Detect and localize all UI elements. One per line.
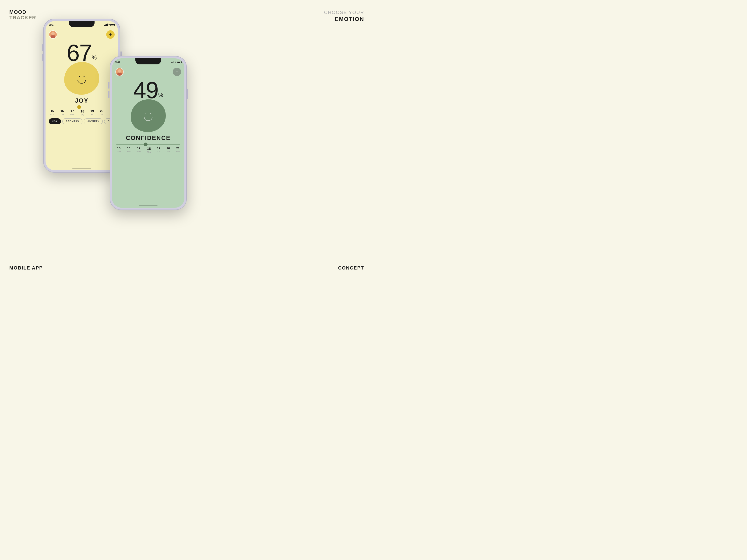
phone1-big-number: 67 <box>67 40 92 66</box>
app-title: MOOD TRACKER <box>9 9 36 21</box>
p2-label-thu: Thu <box>147 151 151 153</box>
day-label-fri: Fri <box>91 113 94 115</box>
phone1-time: 9:41 <box>49 24 53 26</box>
tag-joy[interactable]: JOY <box>49 118 61 124</box>
p2-day-num-16: 16 <box>127 146 130 150</box>
p2-day-17[interactable]: 17 Wed <box>136 146 141 153</box>
phone1-header: + <box>49 30 114 39</box>
phone1-app-content: + 67% <box>46 28 118 170</box>
day-label-thu: Thu <box>80 114 84 116</box>
phone2-percent-sign: % <box>158 92 163 98</box>
phone1-mood-blob <box>64 62 99 95</box>
p2-battery-icon <box>177 61 181 63</box>
phone2-percentage-display: 49% <box>115 78 181 102</box>
phone1-days-row: 15 Mon 16 Tue 17 Wed <box>50 109 114 116</box>
phone1-percentage-display: 67% <box>49 41 114 64</box>
phone1-smile <box>77 80 86 83</box>
p2-day-21[interactable]: 21 Sun <box>176 146 180 153</box>
p2-signal-3 <box>173 61 174 63</box>
p2-day-16[interactable]: 16 Tue <box>127 146 130 153</box>
tag-anxiety[interactable]: ANXIETY <box>84 118 103 124</box>
tracker-label: TRACKER <box>9 15 36 21</box>
p2-avatar-face <box>116 68 123 76</box>
phone2-add-button[interactable]: + <box>173 68 181 76</box>
p2-label-tue: Tue <box>127 151 130 153</box>
p2-day-19[interactable]: 19 Fri <box>157 146 160 153</box>
signal-bar-4 <box>107 24 108 26</box>
p2-wifi-icon: ▾ <box>175 61 176 63</box>
day-label-sat: Sat <box>100 113 103 115</box>
day-num-16: 16 <box>60 109 64 113</box>
phone2-avatar[interactable] <box>115 68 124 76</box>
p2-day-num-21: 21 <box>176 146 180 150</box>
phone1-add-button[interactable]: + <box>106 30 114 39</box>
phone2-timeline[interactable]: 15 Mon 16 Tue 17 Wed <box>115 144 181 153</box>
p2-day-num-15: 15 <box>117 146 121 150</box>
phone2-status-icons: ▾ <box>171 61 181 63</box>
phone2-slider-track[interactable] <box>116 144 180 145</box>
tag-sadness[interactable]: SADNESS <box>62 118 83 124</box>
phone2-power-button[interactable] <box>187 89 188 99</box>
emotion-label-tag: EMOTION <box>324 16 364 23</box>
p2-battery-fill <box>177 61 180 63</box>
phone1-status-icons: ▾ <box>104 24 114 26</box>
day-num-15: 15 <box>51 109 54 113</box>
p2-left-eye <box>146 113 146 114</box>
phone1-status-bar: 9:41 ▾ <box>49 22 114 27</box>
phone1-timeline[interactable]: 15 Mon 16 Tue 17 Wed <box>49 107 114 116</box>
p2-day-num-19: 19 <box>157 146 160 150</box>
phone1-percent-sign: % <box>92 54 97 61</box>
phone2-shell: 9:41 ▾ <box>110 56 187 210</box>
phone2-emotion-label: CONFIDENCE <box>115 134 181 142</box>
battery-icon <box>110 24 114 26</box>
phone1-screen: 9:41 ▾ <box>46 21 118 170</box>
p2-day-20[interactable]: 20 Sat <box>166 146 170 153</box>
phone1-avatar[interactable] <box>49 30 57 39</box>
phone2-time: 9:41 <box>115 61 120 63</box>
day-item-15[interactable]: 15 Mon <box>50 109 54 116</box>
concept-label: CONCEPT <box>338 265 364 271</box>
wifi-icon: ▾ <box>108 24 110 26</box>
phone2-screen: 9:41 ▾ <box>112 58 184 208</box>
phone2-volume-down[interactable] <box>108 91 109 98</box>
day-num-20: 20 <box>100 109 103 113</box>
phone1-slider-track[interactable] <box>50 107 114 107</box>
signal-bar-3 <box>106 24 107 26</box>
avatar-face <box>49 31 57 38</box>
phone1-slider-thumb[interactable] <box>77 105 81 109</box>
svg-rect-2 <box>51 35 55 38</box>
phone1-tags-row: JOY SADNESS ANXIETY CON <box>49 118 114 124</box>
day-item-16[interactable]: 16 Tue <box>60 109 64 116</box>
left-eye <box>79 76 80 77</box>
main-container: MOOD TRACKER CHOOSE YOUR EMOTION MOBILE … <box>0 0 374 280</box>
day-num-18-active: 18 <box>80 109 84 113</box>
p2-day-num-17: 17 <box>137 146 140 150</box>
p2-day-num-20: 20 <box>166 146 170 150</box>
right-eye <box>83 76 84 77</box>
day-item-18[interactable]: 18 Thu <box>80 109 84 116</box>
phone2-header: + <box>115 68 181 76</box>
phone2-volume-up[interactable] <box>108 82 109 89</box>
p2-signal-2 <box>172 62 173 63</box>
p2-signal-4 <box>174 61 174 63</box>
phone2-big-number: 49 <box>133 77 158 103</box>
p2-label-sun: Sun <box>176 151 180 153</box>
signal-bar-1 <box>104 25 105 26</box>
volume-down-button[interactable] <box>42 54 43 61</box>
phone2-smile <box>144 117 152 121</box>
day-label-wed: Wed <box>70 113 74 115</box>
svg-rect-5 <box>118 73 122 76</box>
day-item-19[interactable]: 19 Fri <box>91 109 94 116</box>
volume-up-button[interactable] <box>42 44 43 51</box>
p2-signal-1 <box>171 62 172 63</box>
day-label-tue: Tue <box>60 113 64 115</box>
day-item-20[interactable]: 20 Sat <box>100 109 103 116</box>
p2-day-15[interactable]: 15 Mon <box>117 146 121 153</box>
phone2-app-content: + 49% <box>112 65 184 208</box>
mobile-app-label: MOBILE APP <box>9 265 43 271</box>
phone2-mood-blob <box>131 99 166 132</box>
p2-day-18[interactable]: 18 Thu <box>147 146 151 153</box>
phone2-slider-thumb[interactable] <box>144 142 148 146</box>
day-item-17[interactable]: 17 Wed <box>70 109 74 116</box>
phone2-home-indicator <box>139 205 158 206</box>
